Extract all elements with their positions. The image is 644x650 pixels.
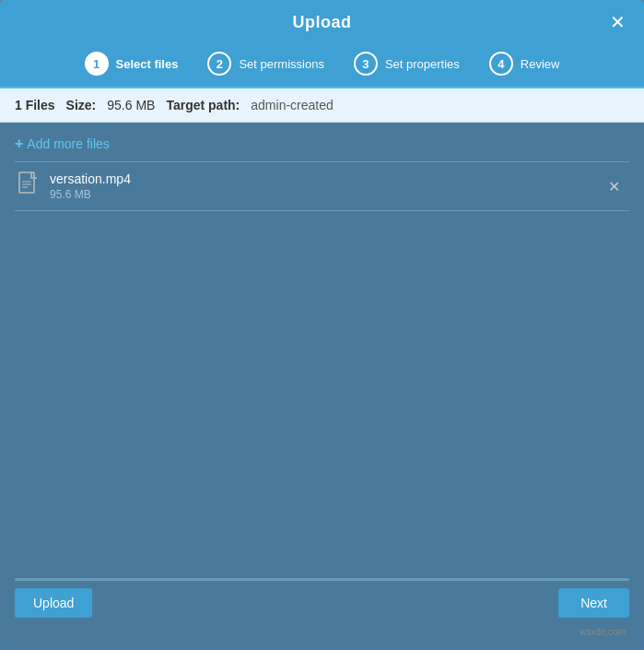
info-bar: 1 Files Size: 95.6 MB Target path: admin… [0,89,644,123]
dialog-header: Upload ✕ [0,0,644,44]
plus-icon: + [15,136,23,152]
action-row: Upload Next [15,588,629,618]
file-row: versation.mp4 95.6 MB ✕ [15,161,629,211]
target-path-label: Target path: [166,98,240,112]
next-button[interactable]: Next [558,588,629,618]
step-1[interactable]: 1 Select files [85,52,179,76]
upload-button[interactable]: Upload [15,588,92,618]
bottom-bar: Upload Next wsxdn.com [0,569,644,650]
step-4-circle: 4 [489,52,513,76]
file-name: versation.mp4 [50,171,603,186]
steps-bar: 1 Select files 2 Set permissions 3 Set p… [0,44,644,89]
add-more-label: Add more files [27,136,109,151]
step-1-circle: 1 [85,52,109,76]
files-count: 1 Files [15,98,55,112]
add-more-files-button[interactable]: + Add more files [15,136,629,152]
dialog-title: Upload [293,13,352,32]
content-area: + Add more files versation.mp4 95.6 MB ✕ [0,123,644,569]
step-2[interactable]: 2 Set permissions [207,52,323,76]
step-2-circle: 2 [207,52,231,76]
step-3-circle: 3 [354,52,378,76]
step-3[interactable]: 3 Set properties [354,52,460,76]
step-4-label: Review [521,57,560,71]
step-2-label: Set permissions [239,57,323,71]
file-size: 95.6 MB [50,188,603,201]
file-icon [18,171,39,201]
file-info: versation.mp4 95.6 MB [50,171,603,201]
step-1-label: Select files [116,57,179,71]
upload-dialog: Upload ✕ 1 Select files 2 Set permission… [0,0,644,650]
step-4[interactable]: 4 Review [489,52,560,76]
watermark: wsxdn.com [15,625,629,637]
progress-line [15,578,629,581]
step-3-label: Set properties [385,57,460,71]
close-button[interactable]: ✕ [604,11,631,33]
target-path-value: admin-created [251,98,334,112]
size-label: Size: [66,98,97,112]
file-remove-button[interactable]: ✕ [603,174,626,199]
size-value: 95.6 MB [107,98,155,112]
